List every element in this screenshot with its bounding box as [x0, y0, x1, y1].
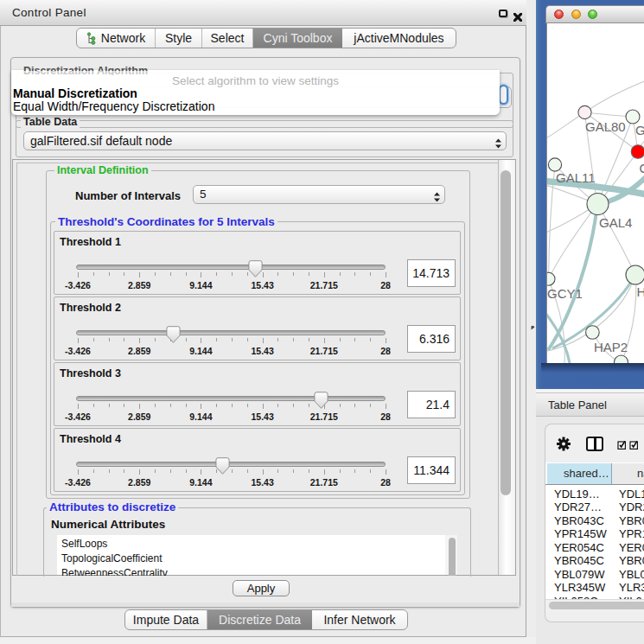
- svg-text:H: H: [637, 284, 644, 299]
- svg-text:GAL11: GAL11: [556, 170, 596, 185]
- svg-text:GAL80: GAL80: [585, 119, 626, 134]
- svg-text:GCY1: GCY1: [547, 286, 583, 301]
- svg-text:GA: GA: [635, 123, 644, 137]
- svg-text:GAL4: GAL4: [599, 215, 632, 230]
- svg-text:C: C: [640, 161, 644, 175]
- svg-text:HAP2: HAP2: [594, 340, 628, 354]
